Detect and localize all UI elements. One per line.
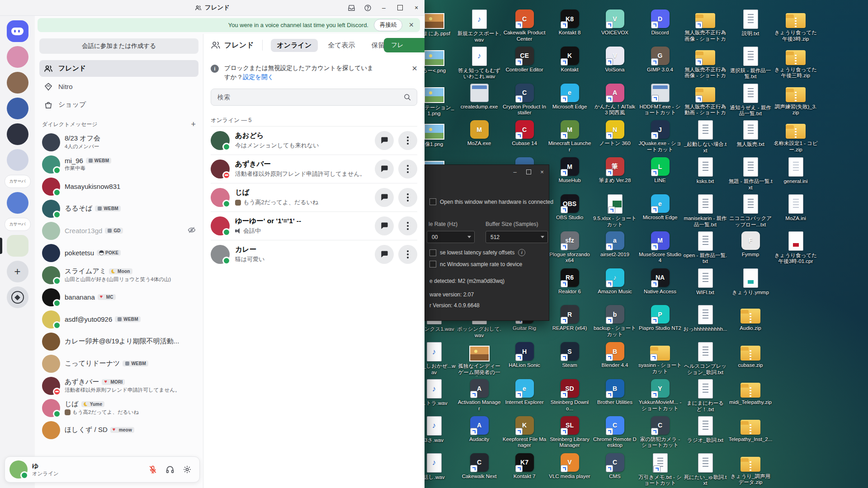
open-window-checkbox-row[interactable]: Open this window when hardware is connec… (429, 198, 553, 205)
sidebar-item-friends[interactable]: フレンド (39, 60, 198, 77)
sample-rate-select[interactable]: 00 (427, 231, 475, 243)
server-item[interactable] (0, 235, 35, 257)
desktop-icon[interactable]: K8 Kontakt 8 (547, 9, 592, 36)
settings-button[interactable] (179, 462, 195, 477)
banner-close-icon[interactable]: × (408, 20, 415, 30)
desktop-icon[interactable]: Telepathy_Inst_2... (728, 416, 773, 443)
create-dm-icon[interactable]: + (191, 120, 196, 128)
desktop-icon[interactable]: P Piapro Studio NT2 (637, 305, 683, 332)
buffer-size-select[interactable]: 512 (486, 231, 548, 243)
message-button[interactable] (375, 216, 394, 235)
desktop-icon[interactable]: general.ini (773, 157, 818, 185)
desktop-icon[interactable]: まにまにわーるど！.txt (683, 379, 728, 413)
sidebar-item-shop[interactable]: ショップ (39, 96, 198, 113)
friend-row[interactable]: カレー 猫は可愛い (211, 240, 417, 268)
desktop-icon[interactable]: ♪ Amazon Music (592, 268, 637, 295)
dm-item[interactable]: るるそば WEBM (39, 197, 198, 220)
server-item[interactable] (0, 123, 35, 145)
desktop-icon[interactable]: cubase.zip (728, 342, 773, 369)
help-icon[interactable] (359, 0, 376, 15)
desktop-icon[interactable]: 無人販売不正行為画像 - ショートカット (683, 47, 728, 80)
desktop-icon[interactable]: おっhhhhhhhhhh... (683, 305, 728, 333)
more-options-button[interactable] (398, 245, 417, 264)
desktop-icon[interactable]: 無人販売不正行為画像 - ショートカッ... (683, 9, 728, 43)
minimize-button[interactable]: – (376, 0, 392, 15)
dm-item[interactable]: ほしくず / SD meow (39, 419, 198, 441)
dm-item[interactable]: mi_96 WEBM 作業中毒 (39, 153, 198, 175)
more-options-button[interactable] (398, 188, 417, 207)
desktop-icon[interactable]: 無人販売不正行為動画 - ショートカット (683, 84, 728, 117)
server-item[interactable] (0, 286, 35, 308)
desktop-icon[interactable]: A かんたん！AITalk 3 関西風 (592, 84, 637, 116)
create-conversation-button[interactable]: 会話に参加または作成する (39, 38, 198, 54)
desktop-icon[interactable]: B Blender 4.4 (592, 342, 637, 369)
desktop-icon[interactable]: N ノートン 360 (592, 120, 637, 147)
desktop-icon[interactable]: e Microsoft Edge (547, 84, 592, 110)
desktop-icon[interactable]: きょうり.ymmp (728, 268, 773, 296)
desktop-icon[interactable]: S Steam (547, 342, 592, 369)
desktop-icon[interactable]: ヘルスコンプレッション_歌詞.txt (683, 342, 728, 375)
dm-item[interactable]: asdf@yuto0926 WEBM (39, 308, 198, 330)
message-button[interactable] (375, 245, 394, 264)
desktop-icon[interactable]: C Crypton Product Installer (502, 84, 547, 116)
desktop-icon[interactable]: C Cakewalk Product Center (502, 9, 547, 42)
desktop-icon[interactable]: C Chrome Remote Desktop (592, 416, 637, 449)
desktop-icon[interactable]: b backup - ショートカット (592, 305, 637, 338)
desktop-icon[interactable]: R REAPER (x64) (547, 305, 592, 332)
desktop-icon[interactable]: ラジオ_歌詞.txt (683, 416, 728, 444)
desktop-icon[interactable]: M Minecraft Launcher (547, 120, 592, 153)
desktop-icon[interactable]: G GIMP 3.0.4 (637, 47, 683, 73)
desktop-icon[interactable]: A Activation Manager (457, 379, 502, 412)
server-item[interactable] (0, 72, 35, 94)
desktop-icon[interactable]: きょうり食ってた午後3時-01.cpr (773, 231, 818, 265)
desktop-icon[interactable]: SD Steinberg Downlo... (547, 379, 592, 412)
dm-item[interactable]: カレー卯丼@8/19より期限不明活動... (39, 330, 198, 352)
friend-row[interactable]: あおどら 今はメンションしても来れない (211, 126, 417, 155)
desktop-icon[interactable]: NA Native Access (637, 268, 683, 295)
dm-item[interactable]: poketetsu POKE (39, 242, 198, 264)
desktop-icon[interactable]: M MuseScore Studio 4 (637, 231, 683, 264)
desktop-icon[interactable]: MoZA.ini (773, 194, 818, 222)
desktop-icon[interactable]: 名称未設定1 - コピー.zip (773, 120, 818, 153)
desktop-icon[interactable]: L LINE (637, 157, 683, 184)
desktop-icon[interactable]: 筆 筆まめ Ver.28 (592, 157, 637, 184)
checkbox[interactable] (429, 249, 436, 256)
checkbox[interactable] (429, 261, 436, 267)
desktop-icon[interactable]: OBS OBS Studio (547, 194, 592, 221)
desktop-icon[interactable]: 答え知ってもむずいわこれ.wav (457, 47, 502, 80)
checkbox[interactable] (429, 198, 436, 205)
server-item[interactable]: カサーバ (0, 218, 35, 231)
dialog-close-button[interactable]: × (535, 165, 549, 178)
desktop-icon[interactable]: C 家の防犯カメラ - ショートカット (637, 416, 683, 449)
dm-item[interactable]: Creator13gd GD (39, 220, 198, 242)
desktop-icon[interactable]: e Internet Explorer (502, 379, 547, 406)
mic-muted-button[interactable] (145, 462, 160, 477)
desktop-icon[interactable]: SL Steinberg Library Manager (547, 416, 592, 449)
add-friend-button[interactable]: フレ (384, 38, 425, 52)
message-button[interactable] (375, 160, 394, 178)
desktop-icon[interactable]: K Kontakt (547, 47, 592, 73)
desktop-icon[interactable]: C Cubase 14 (502, 120, 547, 147)
desktop-icon[interactable]: WIFI.txt (683, 268, 728, 296)
server-item[interactable] (0, 46, 35, 68)
reconnect-button[interactable]: 再接続 (374, 19, 403, 31)
desktop-icon[interactable]: きょうり食ってた午後三時.zip (773, 47, 818, 79)
desktop-icon[interactable]: K7 Kontakt 7 (502, 453, 547, 480)
latency-checkbox-row[interactable]: se lowest latency safety offsets i (429, 249, 525, 256)
desktop-icon[interactable]: a airset2-2019 (592, 231, 637, 258)
desktop-icon[interactable]: ksks.txt (683, 157, 728, 185)
desktop-icon[interactable]: A Audacity (457, 416, 502, 443)
message-button[interactable] (375, 188, 394, 207)
desktop-icon[interactable]: sfz Plogue sforzando x64 (547, 231, 592, 264)
search-input[interactable] (217, 93, 403, 101)
desktop-icon[interactable]: きょうり_調声用データ.zip (728, 453, 773, 486)
desktop-icon[interactable]: 説明.txt (728, 9, 773, 37)
desktop-icon[interactable]: きょうり食ってた午後3時.zip (773, 9, 818, 42)
server-item[interactable] (0, 192, 35, 214)
dm-item[interactable]: あずきバー MORI 活動者様以外原 (39, 375, 198, 397)
desktop-icon[interactable]: manisekarin - 親作品一覧.txt (683, 194, 728, 228)
desktop-icon[interactable]: M MoZA.exe (457, 120, 502, 147)
info-close-icon[interactable]: × (412, 64, 417, 73)
desktop-icon[interactable]: 調声練習(失敗)_3.zip (773, 84, 818, 116)
desktop-icon[interactable]: V VOICEVOX (592, 9, 637, 36)
